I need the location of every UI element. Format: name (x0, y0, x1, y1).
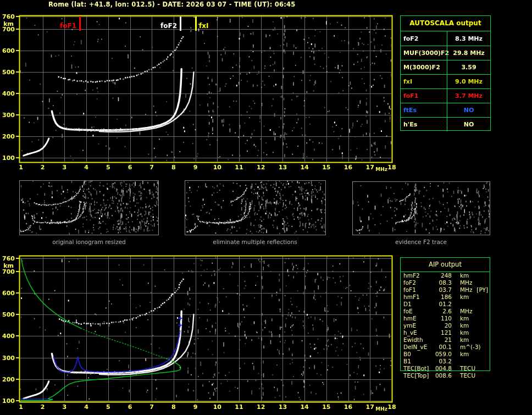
autoscala-row-label: h'Es (401, 118, 447, 131)
aip-row: TEC[Top]008.6TECU (401, 372, 490, 379)
autoscala-row-value: 3.59 (447, 60, 490, 74)
aip-row-unit (452, 301, 490, 308)
aip-row-label: hmE (403, 315, 434, 322)
autoscala-row-value: NO (447, 103, 490, 117)
aip-row-value: 03.7 (434, 286, 452, 294)
aip-row-unit: TECU (452, 372, 490, 379)
aip-row-label: TEC[Bot] (403, 365, 434, 372)
aip-row: hmF1186km (401, 294, 490, 301)
autoscala-row-value: 8.3 MHz (447, 31, 490, 46)
aip-row-unit: km (452, 351, 490, 358)
autoscala-row-value: 9.0 MHz (447, 75, 490, 88)
aip-row-value: 186 (434, 294, 452, 301)
aip-row-label: foF2 (403, 279, 434, 286)
aip-row-value: 059.0 (434, 351, 452, 358)
aip-row-value: 20 (434, 322, 452, 329)
autoscala-row: foF28.3 MHz (401, 31, 490, 46)
aip-row-value: 08.3 (434, 279, 452, 286)
aip-row-label: foF1 (403, 286, 434, 294)
autoscala-row: h'EsNO (401, 117, 490, 131)
autoscala-row-label: foF1 (401, 89, 447, 103)
aip-row-note: [PY] (476, 286, 488, 294)
aip-row: ymE20km (401, 322, 490, 329)
aip-row: B0059.0km (401, 351, 490, 358)
autoscala-row-label: MUF(3000)F2 (401, 46, 447, 60)
aip-row-unit: km (452, 336, 490, 344)
aip-row-value: 004.8 (434, 365, 452, 372)
autoscala-row: ftEsNO (401, 103, 490, 117)
aip-row: D101.2 (401, 301, 490, 308)
aip-row-label: h_vE (403, 329, 434, 336)
aip-row-label: hmF2 (403, 272, 434, 279)
aip-row: B103.2 (401, 358, 490, 365)
aip-row: foE2.6MHz (401, 308, 490, 315)
autoscala-row-label: ftEs (401, 103, 447, 117)
autoscala-output-table: AUTOSCALA output foF28.3 MHzMUF(3000)F22… (400, 15, 491, 131)
aip-row-unit: MHz[PY] (452, 286, 490, 294)
aip-row-label: DelN_vE (403, 344, 434, 351)
aip-row-unit: TECU (452, 365, 490, 372)
station-date-title: Rome (lat: +41.8, lon: 012.5) - DATE: 20… (48, 1, 295, 8)
aip-row-unit: MHz (452, 308, 490, 315)
aip-row-value: 008.6 (434, 372, 452, 379)
aip-row-unit: km (452, 315, 490, 322)
aip-row-label: Ewidth (403, 336, 434, 344)
aip-output-table: AIP output hmF2248kmfoF208.3MHzfoF103.7M… (400, 257, 490, 371)
aip-row-label: ymE (403, 322, 434, 329)
aip-row-label: hmF1 (403, 294, 434, 301)
autoscala-row: foF13.7 MHz (401, 88, 490, 103)
aip-row-unit: km (452, 294, 490, 301)
aip-row: hmF2248km (401, 272, 490, 279)
aip-row-value: 248 (434, 272, 452, 279)
autoscala-row: fxI9.0 MHz (401, 74, 490, 88)
aip-row-unit: km (452, 329, 490, 336)
aip-row-value: 01.2 (434, 301, 452, 308)
autoscala-table-title: AUTOSCALA output (401, 16, 490, 31)
aip-row-unit: MHz (452, 279, 490, 286)
aip-row-value: 03.2 (434, 358, 452, 365)
autoscala-row-label: M(3000)F2 (401, 60, 447, 74)
aip-rows: hmF2248kmfoF208.3MHzfoF103.7MHz[PY]hmF11… (401, 272, 490, 379)
aip-row: TEC[Bot]004.8TECU (401, 365, 490, 372)
aip-row-value: 2.6 (434, 308, 452, 315)
aip-row-unit: km (452, 322, 490, 329)
aip-row: Ewidth21km (401, 336, 490, 344)
autoscala-row: M(3000)F23.59 (401, 60, 490, 74)
aip-row-label: D1 (403, 301, 434, 308)
aip-row-unit: m^(-3) (452, 344, 490, 351)
aip-row-value: 121 (434, 329, 452, 336)
aip-row-value: 110 (434, 315, 452, 322)
autoscala-row: MUF(3000)F229.8 MHz (401, 46, 490, 60)
autoscala-row-value: 29.8 MHz (447, 46, 490, 60)
aip-row-label: foE (403, 308, 434, 315)
autoscala-screen: Rome (lat: +41.8, lon: 012.5) - DATE: 20… (0, 0, 532, 415)
aip-row: h_vE121km (401, 329, 490, 336)
autoscala-row-value: NO (447, 118, 490, 131)
caption-original-ionogram: original ionogram resized (52, 239, 126, 245)
aip-row-label: TEC[Top] (403, 372, 434, 379)
aip-row: foF103.7MHz[PY] (401, 286, 490, 294)
autoscala-row-label: fxI (401, 75, 447, 88)
aip-row-unit (452, 358, 490, 365)
aip-row-value: 21 (434, 336, 452, 344)
caption-eliminate-reflections: eliminate multiple reflections (213, 239, 297, 245)
aip-row-value: 00.1 (434, 344, 452, 351)
caption-evidence-f2: evidence F2 trace (395, 239, 447, 245)
autoscala-row-label: foF2 (401, 31, 447, 46)
aip-row: DelN_vE00.1m^(-3) (401, 344, 490, 351)
aip-table-title: AIP output (401, 258, 490, 272)
autoscala-rows: foF28.3 MHzMUF(3000)F229.8 MHzM(3000)F23… (401, 31, 490, 131)
aip-row: hmE110km (401, 315, 490, 322)
aip-row-label: B1 (403, 358, 434, 365)
aip-row-unit: km (452, 272, 490, 279)
aip-row-label: B0 (403, 351, 434, 358)
aip-row: foF208.3MHz (401, 279, 490, 286)
autoscala-row-value: 3.7 MHz (447, 89, 490, 103)
